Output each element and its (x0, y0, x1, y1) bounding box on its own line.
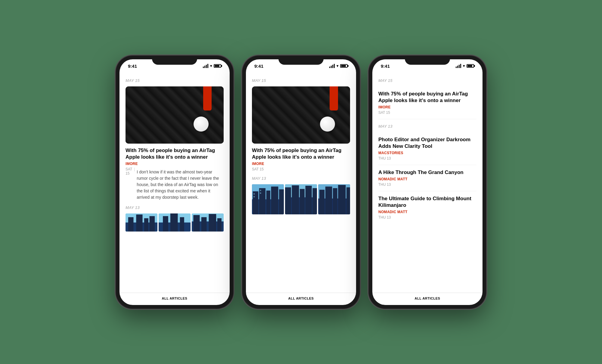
article-card-2-1[interactable]: With 75% of people buying an AirTag Appl… (252, 86, 350, 171)
airtag-visual-1 (126, 86, 224, 144)
svg-rect-9 (170, 213, 178, 232)
photo-grid-2 (252, 184, 350, 214)
svg-rect-39 (333, 188, 337, 214)
partial-cell-1-3 (192, 213, 224, 232)
battery-fill-3 (467, 65, 472, 67)
signal-bar-3-2 (457, 66, 458, 68)
signal-bar-2 (204, 66, 205, 68)
airtag-strap-1 (203, 86, 212, 110)
notch-1 (152, 56, 197, 65)
battery-icon-3 (467, 64, 474, 68)
status-icons-2: ▾ (329, 64, 348, 68)
article-source-2-1: IMORE (252, 162, 350, 166)
wifi-icon-2: ▾ (337, 64, 338, 68)
phone-2: 9:41 ▾ MAY 15 (242, 56, 360, 309)
text-title-3-3: A Hike Through The Grand Canyon (378, 169, 476, 176)
status-time-1: 9:41 (128, 64, 137, 69)
date-header-1-1: MAY 15 (126, 78, 224, 83)
svg-rect-38 (325, 186, 332, 214)
article-title-2-1: With 75% of people buying an AirTag Appl… (252, 147, 350, 160)
text-meta-3-2: THU 13 (378, 156, 476, 160)
svg-rect-4 (144, 218, 148, 232)
svg-rect-34 (312, 188, 317, 214)
text-meta-3-1: SAT 15 (378, 110, 476, 115)
battery-icon-1 (214, 64, 221, 68)
date-header-2-1: MAY 15 (252, 78, 350, 83)
text-source-3-1: IMORE (378, 105, 476, 109)
text-title-3-4: The Ultimate Guide to Climbing Mount Kil… (378, 195, 476, 209)
svg-rect-14 (201, 217, 207, 232)
signal-bar-2-2 (331, 66, 332, 68)
signal-bar-2-1 (329, 67, 330, 68)
text-article-3-3[interactable]: A Hike Through The Grand Canyon NOMADIC … (378, 165, 476, 191)
screen-content-3: MAY 15 With 75% of people buying an AirT… (372, 70, 483, 305)
partial-photo-row-1 (126, 213, 224, 232)
svg-rect-16 (217, 218, 222, 232)
notch-2 (278, 56, 324, 65)
signal-bar-3 (206, 65, 207, 68)
notch-3 (405, 56, 450, 65)
scroll-area-1[interactable]: MAY 15 With 75% of people buying an AirT… (119, 70, 230, 293)
svg-rect-27 (260, 192, 261, 194)
text-article-3-2[interactable]: Photo Editor and Organizer Darkroom Adds… (378, 132, 476, 165)
tab-label-3[interactable]: ALL ARTICLES (415, 297, 440, 300)
text-source-3-2: MACSTORIES (378, 151, 476, 155)
article-meta-2-1: SAT 15 (252, 167, 350, 171)
battery-fill-2 (341, 65, 346, 67)
svg-rect-21 (266, 191, 270, 214)
airtag-visual-2 (252, 86, 350, 144)
svg-rect-5 (150, 216, 155, 231)
scroll-area-3[interactable]: MAY 15 With 75% of people buying an AirT… (372, 70, 483, 293)
tab-bar-3: ALL ARTICLES (372, 293, 483, 305)
svg-rect-19 (253, 191, 259, 214)
svg-rect-15 (209, 214, 216, 231)
signal-bar-3-3 (459, 65, 460, 68)
screen-content-2: MAY 15 With 75% of people buying an AirT… (246, 70, 356, 305)
battery-icon-2 (340, 64, 348, 68)
svg-rect-40 (338, 185, 346, 214)
scroll-area-2[interactable]: MAY 15 With 75% of people buying an AirT… (246, 70, 356, 293)
svg-rect-37 (319, 190, 324, 214)
svg-rect-31 (292, 185, 299, 214)
text-source-3-3: NOMADIC MATT (378, 177, 476, 181)
article-meta-row-1-1: SAT 15 | I don't know if it was the almo… (126, 167, 224, 201)
photo-cell-2-2 (285, 184, 317, 214)
text-article-3-1[interactable]: With 75% of people buying an AirTag Appl… (378, 86, 476, 119)
status-time-3: 9:41 (381, 64, 390, 69)
svg-rect-23 (279, 189, 284, 214)
svg-rect-24 (253, 193, 255, 194)
wifi-icon-1: ▾ (210, 64, 212, 68)
tab-label-1[interactable]: ALL ARTICLES (162, 297, 188, 300)
date-header-2-2: MAY 13 (252, 176, 350, 181)
partial-cell-1-2 (159, 213, 191, 232)
signal-bar-4 (207, 64, 208, 68)
svg-rect-26 (260, 190, 261, 191)
tab-label-2[interactable]: ALL ARTICLES (288, 297, 314, 300)
signal-bar-3-1 (456, 67, 457, 68)
article-meta-1-1: SAT 15 (126, 167, 132, 176)
svg-rect-22 (271, 186, 278, 214)
date-header-3-2: MAY 13 (378, 124, 476, 129)
text-article-3-4[interactable]: The Ultimate Guide to Climbing Mount Kil… (378, 191, 476, 224)
date-header-1-2: MAY 13 (126, 205, 224, 210)
wifi-icon-3: ▾ (463, 64, 465, 68)
svg-rect-2 (128, 217, 134, 232)
svg-rect-30 (285, 187, 291, 214)
article-image-1-1 (126, 86, 224, 144)
article-source-1-1: IMORE (126, 162, 224, 166)
signal-bars-1 (203, 64, 208, 68)
text-source-3-4: NOMADIC MATT (378, 210, 476, 214)
svg-rect-8 (163, 216, 168, 231)
phones-container: 9:41 ▾ MAY 15 (116, 56, 486, 309)
status-time-2: 9:41 (254, 64, 263, 69)
article-card-1-1[interactable]: With 75% of people buying an AirTag Appl… (126, 86, 224, 201)
text-meta-3-4: THU 13 (378, 215, 476, 219)
screen-2: 9:41 ▾ MAY 15 (246, 59, 356, 305)
tab-bar-1: ALL ARTICLES (119, 293, 230, 305)
status-icons-1: ▾ (203, 64, 221, 68)
photo-cell-2-3 (318, 184, 350, 214)
article-image-2-1 (252, 86, 350, 144)
signal-bars-2 (329, 64, 335, 68)
svg-rect-20 (259, 188, 265, 214)
svg-rect-32 (300, 189, 305, 214)
